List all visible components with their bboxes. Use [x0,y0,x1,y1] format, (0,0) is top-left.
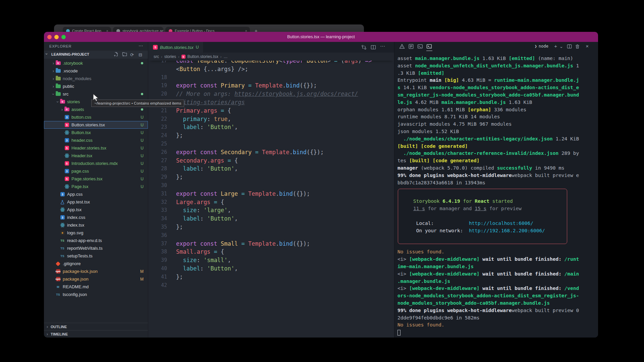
code-line[interactable]: writing-stories/args [148,98,394,107]
code-line[interactable]: 24}; [148,131,394,140]
tree-item-tsconfig-json[interactable]: TStsconfig.json [44,291,148,298]
storybook-file-icon: S [64,122,69,128]
code-line[interactable]: <Button {...args} />; [148,65,394,73]
tree-item-header-stories-tsx[interactable]: SHeader.stories.tsxU [44,144,148,152]
tree-item-setuptests-ts[interactable]: TSsetupTests.ts [44,252,148,260]
folder-icon [55,92,61,97]
terminal-output[interactable]: asset main.manager.bundle.js 1.63 KiB [e… [397,51,597,338]
code-line[interactable]: 30 [148,181,394,190]
terminal-process-label[interactable]: ❯node [535,44,548,49]
terminal-line: ime~main.manager.bundle.js [397,263,597,270]
git-changes-dot [141,108,143,111]
tree-item-header-css[interactable]: 3header.cssU [44,136,148,144]
code-line[interactable]: 39 size: 'small', [148,256,394,264]
code-line[interactable]: 38Small.args = { [148,248,394,256]
tree-item-readme-md[interactable]: MREADME.md [44,283,148,291]
mouse-pointer [93,94,100,102]
terminal-line: 99% done plugins webpack-hot-middlewarew… [397,172,597,179]
tree-item-app-test-tsx[interactable]: App.test.tsx [44,198,148,206]
tree-item-button-tsx[interactable]: Button.tsxU [44,129,148,136]
open-changes-icon[interactable] [361,45,367,51]
code-line[interactable]: 29}; [148,173,394,181]
new-terminal-icon[interactable]: + [554,43,557,49]
editor-group: S Button.stories.tsx U ⋯ src›stories›SBu… [148,42,394,338]
code-line[interactable]: 18 [148,73,394,82]
breadcrumb-item[interactable]: src [154,54,159,59]
tree-item-page-css[interactable]: 3page.cssU [44,167,148,175]
code-line[interactable]: 35}; [148,223,394,231]
tree-item-app-tsx[interactable]: App.tsx [44,206,148,214]
code-line[interactable]: 40 label: 'Button', [148,264,394,273]
tree-item-introduction-stories-mdx[interactable]: SIntroduction.stories.mdxU [44,160,148,167]
tree-item--storybook[interactable]: ›S.storybook [44,59,148,67]
tree-item-package-json[interactable]: npmpackage.jsonM [44,275,148,283]
refresh-icon[interactable]: ⟳ [130,52,136,58]
code-line[interactable]: 22 primary: true, [148,115,394,123]
output-tab-icon[interactable] [408,44,414,50]
terminal-dropdown-icon[interactable]: ⌄ [559,44,563,49]
tree-item-react-app-env-d-ts[interactable]: TSreact-app-env.d.ts [44,237,148,244]
chevron-right-icon: › [51,84,55,88]
code-line[interactable]: 36 [148,231,394,240]
explorer-more-actions-icon[interactable]: ⋯ [139,43,143,48]
tree-item-app-css[interactable]: 3App.css [44,190,148,198]
tab-button-stories[interactable]: S Button.stories.tsx U [148,42,204,53]
more-actions-icon[interactable]: ⋯ [380,43,385,49]
tree-item-package-lock-json[interactable]: npmpackage-lock.jsonM [44,267,148,275]
code-line[interactable]: 26export const Secondary = Template.bind… [148,148,394,157]
tree-item-page-tsx[interactable]: Page.tsxU [44,183,148,190]
project-section-header[interactable]: › LEARNING-PROJECT ⟳ ⊟ [44,51,148,59]
problems-tab-icon[interactable] [399,44,405,50]
tree-item-button-css[interactable]: 3button.cssU [44,113,148,121]
split-editor-icon[interactable] [371,45,376,51]
code-line[interactable]: 17const Template: ComponentStory<typeof … [148,61,394,65]
terminal-panel: ❯node + ⌄ × asset main.manager.bundle.js… [394,42,598,338]
new-file-icon[interactable] [114,52,119,57]
close-panel-icon[interactable]: × [586,43,589,49]
tree-item--gitignore[interactable]: .gitignore [44,260,148,267]
tree-item-label: Button.tsx [71,130,91,135]
new-folder-icon[interactable] [122,52,127,57]
git-status-badge: U [141,115,144,120]
tree-item-index-css[interactable]: 3index.css [44,214,148,221]
code-line[interactable]: 21Primary.args = { [148,107,394,115]
terminal-line: tes [built] [code generated] [397,157,597,165]
debug-console-tab-icon[interactable] [417,44,423,50]
git-status-badge: U [141,161,144,166]
code-line[interactable]: 37export const Small = Template.bind({})… [148,240,394,248]
tree-item-index-tsx[interactable]: index.tsx [44,221,148,229]
tree-item--vscode[interactable]: ›.vscode [44,67,148,75]
tree-item-public[interactable]: ›public [44,82,148,90]
tree-item-reportwebvitals-ts[interactable]: TSreportWebVitals.ts [44,244,148,252]
breadcrumb-item[interactable]: stories [164,54,176,59]
code-line[interactable]: 20// More on args: https://storybook.js.… [148,90,394,98]
code-line[interactable]: 42 [148,281,394,290]
kill-terminal-icon[interactable] [575,44,580,50]
code-line[interactable]: 34 label: 'Button', [148,215,394,223]
tree-item-label: Page.tsx [71,184,89,189]
code-line[interactable]: 32Large.args = { [148,198,394,206]
tree-item-logo-svg[interactable]: ✶logo.svg [44,229,148,237]
tree-item-header-tsx[interactable]: Header.tsxU [44,152,148,160]
code-editor[interactable]: 17const Template: ComponentStory<typeof … [148,61,394,338]
collapse-all-icon[interactable]: ⊟ [139,52,144,58]
code-line[interactable]: 28 label: 'Button', [148,165,394,173]
code-line[interactable]: 27Secondary.args = { [148,157,394,165]
breadcrumb-item[interactable]: Button.stories.tsx [187,54,218,59]
git-status-badge: M [140,269,144,274]
tree-item-page-stories-tsx[interactable]: SPage.stories.tsxU [44,175,148,183]
code-line[interactable]: 23 label: 'Button', [148,123,394,131]
split-terminal-icon[interactable] [567,44,572,50]
breadcrumb-item[interactable]: … [223,54,227,59]
tree-item-node-modules[interactable]: ›node_modules [44,75,148,82]
timeline-section[interactable]: › TIMELINE [44,330,148,338]
code-line[interactable]: 41}; [148,273,394,281]
breadcrumb: src›stories›SButton.stories.tsx›… [148,53,394,61]
code-line[interactable]: 25 [148,140,394,148]
code-line[interactable]: 33 size: 'large', [148,206,394,215]
code-line[interactable]: 31export const Large = Template.bind({})… [148,190,394,198]
outline-section[interactable]: › OUTLINE [44,323,148,330]
tree-item-button-stories-tsx[interactable]: SButton.stories.tsxU [44,121,148,129]
terminal-tab-icon[interactable] [426,44,432,51]
code-line[interactable]: 19export const Primary = Template.bind({… [148,81,394,90]
